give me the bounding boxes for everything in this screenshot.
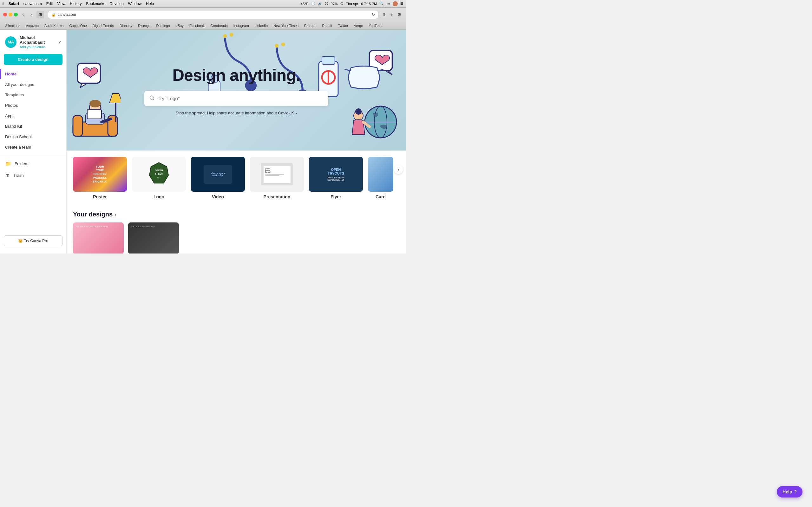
search-menu-icon[interactable]: 🔍 [379, 2, 384, 6]
bookmark-capitalone[interactable]: CapitalOne [67, 23, 90, 28]
photos-label: Photos [5, 103, 18, 108]
tab-grid-button[interactable]: ⊞ [37, 11, 44, 18]
covid-link[interactable]: Stop the spread. Help share accurate inf… [67, 111, 406, 115]
folders-label: Folders [14, 161, 28, 166]
sidebar-item-design-school[interactable]: Design School [0, 131, 66, 142]
video-thumb-bg: show us yourbest shots [191, 157, 245, 192]
apps-label: Apps [5, 113, 14, 118]
card-label: Card [368, 194, 393, 199]
sidebar-item-templates[interactable]: Templates [0, 90, 66, 100]
sidebar-item-create-team[interactable]: Create a team [0, 142, 66, 153]
more-menu-icon[interactable]: ••• [386, 2, 390, 6]
bookmark-reddit[interactable]: Reddit [320, 23, 335, 28]
poster-thumb-bg: YOURTRUECOLORS.PROUDLY.BRIGHTLY. [73, 157, 127, 192]
card-thumb-bg [368, 157, 393, 192]
video-label: Video [191, 194, 245, 199]
bookmark-goodreads[interactable]: Goodreads [208, 23, 230, 28]
templates-next-arrow[interactable]: › [394, 165, 403, 174]
design-thumb-1-text: TO MY FAVORITE PERSON [73, 222, 124, 230]
menu-file[interactable]: canva.com [23, 2, 42, 6]
menu-history[interactable]: History [70, 2, 82, 6]
volume-icon: 🔊 [318, 2, 322, 6]
hero-search-container[interactable] [144, 91, 328, 106]
maximize-window-button[interactable] [14, 13, 18, 16]
sidebar-item-brand-kit[interactable]: Brand Kit [0, 121, 66, 131]
back-button[interactable]: ‹ [20, 10, 26, 19]
menu-edit[interactable]: Edit [46, 2, 53, 6]
template-card-video[interactable]: show us yourbest shots Video [191, 157, 245, 199]
extensions-button[interactable]: ⚙ [396, 11, 403, 18]
brand-kit-label: Brand Kit [5, 124, 22, 129]
bookmark-duolingo[interactable]: Duolingo [154, 23, 172, 28]
try-canva-pro-button[interactable]: 👑 Try Canva Pro [4, 235, 62, 246]
bookmark-audiokarma[interactable]: AudioKarma [42, 23, 66, 28]
svg-text:CO.: CO. [157, 176, 161, 178]
create-design-button[interactable]: Create a design [4, 54, 62, 65]
flyer-thumb-top: OPENTRYOUTS [327, 168, 344, 175]
bookmark-patreon[interactable]: Patreon [302, 23, 319, 28]
control-icon[interactable]: ☰ [400, 2, 403, 6]
add-bookmark-button[interactable]: + [389, 11, 394, 18]
bookmark-dinnerly[interactable]: Dinnerly [117, 23, 135, 28]
template-card-presentation[interactable]: CollabSpaceCentral Presentation [250, 157, 304, 199]
sidebar-item-photos[interactable]: Photos [0, 100, 66, 111]
bookmark-digitaltrends[interactable]: Digital Trends [90, 23, 116, 28]
video-device: show us yourbest shots [204, 165, 232, 184]
menu-develop[interactable]: Develop [110, 2, 124, 6]
bookmark-twitter[interactable]: Twitter [335, 23, 351, 28]
template-card-flyer[interactable]: OPENTRYOUTS SOCCER TEAMSEPTEMBER 25 Flye… [309, 157, 363, 199]
close-window-button[interactable] [3, 13, 7, 16]
bookmark-linkedin[interactable]: LinkedIn [252, 23, 270, 28]
svg-text:GREEN: GREEN [155, 169, 163, 171]
bookmark-verge[interactable]: Verge [351, 23, 366, 28]
hero-title: Design anything. [67, 66, 406, 84]
sidebar-item-trash[interactable]: 🗑 Trash [0, 170, 66, 181]
sidebar-item-apps[interactable]: Apps [0, 111, 66, 121]
all-designs-label: All your designs [5, 82, 34, 87]
menu-bookmarks[interactable]: Bookmarks [86, 2, 105, 6]
bookmark-facebook[interactable]: Facebook [187, 23, 207, 28]
sidebar-item-home[interactable]: Home [0, 69, 66, 79]
reload-button[interactable]: ↻ [372, 12, 375, 17]
bookmark-ebay[interactable]: eBay [173, 23, 186, 28]
bookmark-youtube[interactable]: YouTube [366, 23, 385, 28]
menu-view[interactable]: View [57, 2, 65, 6]
sidebar-divider [0, 155, 66, 155]
template-card-logo[interactable]: GREEN FRESH CO. Logo [132, 157, 186, 199]
datetime: Thu Apr 16 7:15 PM [346, 2, 377, 6]
search-input[interactable] [158, 96, 323, 101]
main-content: Design anything. Stop the spread. Help s… [67, 30, 406, 253]
video-thumbnail: show us yourbest shots [191, 157, 245, 192]
templates-row: YOURTRUECOLORS.PROUDLY.BRIGHTLY. Poster [73, 157, 400, 199]
user-avatar-menu[interactable] [393, 1, 398, 6]
sidebar-profile[interactable]: MA Michael Archambault Add your picture … [0, 30, 66, 53]
add-picture-link[interactable]: Add your picture [20, 45, 55, 49]
url-text[interactable]: canva.com [58, 12, 370, 17]
minimize-window-button[interactable] [9, 13, 12, 16]
address-bar[interactable]: 🔒 canva.com ↻ [48, 10, 378, 19]
card-thumbnail [368, 157, 393, 192]
your-designs-section: Your designs › TO MY FAVORITE PERSON ART… [67, 206, 406, 253]
apple-menu[interactable]:  [3, 2, 4, 6]
svg-point-34 [150, 96, 154, 99]
menu-help[interactable]: Help [146, 2, 154, 6]
design-thumb-pink-bg: TO MY FAVORITE PERSON [73, 222, 124, 253]
forward-button[interactable]: › [28, 10, 34, 19]
template-card-card[interactable]: Card [368, 157, 393, 199]
sidebar-item-folders[interactable]: 📁 Folders [0, 158, 66, 170]
template-card-poster[interactable]: YOURTRUECOLORS.PROUDLY.BRIGHTLY. Poster [73, 157, 127, 199]
menu-window[interactable]: Window [128, 2, 142, 6]
bookmark-allrecipes[interactable]: Allrecipes [3, 23, 23, 28]
your-designs-arrow[interactable]: › [114, 212, 116, 217]
share-button[interactable]: ⬆ [381, 11, 387, 18]
design-thumb-1[interactable]: TO MY FAVORITE PERSON [73, 222, 124, 253]
bookmark-discogs[interactable]: Discogs [136, 23, 153, 28]
sidebar-item-all-designs[interactable]: All your designs [0, 79, 66, 90]
bookmark-nyt[interactable]: New York Times [271, 23, 301, 28]
logo-shape-group: GREEN FRESH CO. [148, 161, 170, 187]
bookmark-instagram[interactable]: Instagram [231, 23, 252, 28]
app-name[interactable]: Safari [8, 2, 19, 6]
folder-icon: 📁 [5, 161, 11, 167]
design-thumb-2[interactable]: ARTICLES/VERMAN [128, 222, 179, 253]
bookmark-amazon[interactable]: Amazon [23, 23, 41, 28]
